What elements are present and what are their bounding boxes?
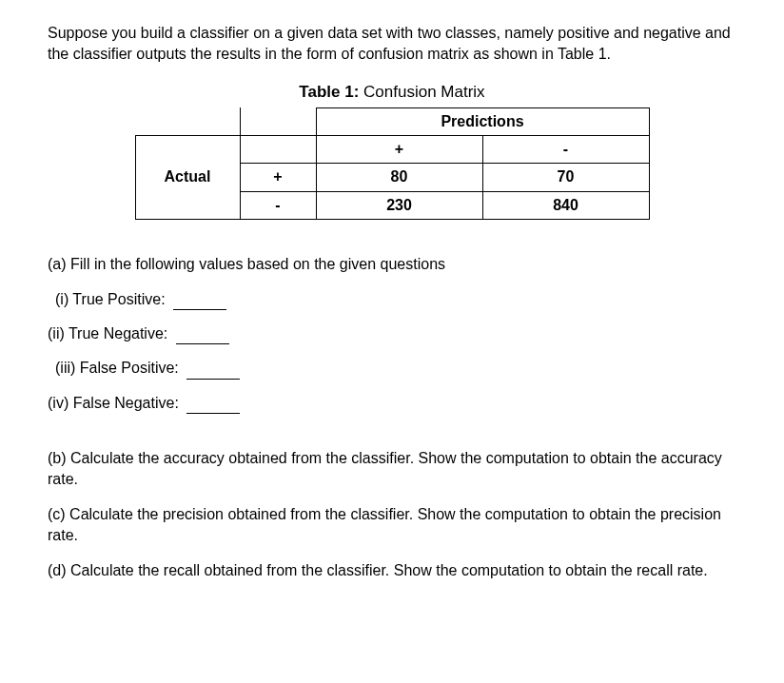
question-d: (d) Calculate the recall obtained from t…: [48, 560, 736, 581]
qa-i-label: (i) True Positive:: [55, 291, 166, 307]
predictions-header: Predictions: [316, 107, 649, 135]
blank-field[interactable]: [176, 343, 229, 344]
question-a-iii: (iii) False Positive:: [55, 358, 736, 379]
actual-label: Actual: [135, 135, 240, 219]
question-c: (c) Calculate the precision obtained fro…: [48, 504, 736, 547]
qa-iii-label: (iii) False Positive:: [55, 360, 179, 376]
table-row: Predictions: [135, 107, 649, 135]
blank-field[interactable]: [186, 413, 240, 414]
qa-iv-label: (iv) False Negative:: [48, 395, 179, 411]
pred-plus-header: +: [316, 135, 482, 163]
actual-minus-label: -: [240, 191, 316, 219]
question-a-ii: (ii) True Negative:: [48, 323, 736, 344]
cell-tp: 80: [316, 164, 482, 191]
question-a-group: (a) Fill in the following values based o…: [48, 254, 736, 414]
empty-cell: [240, 135, 316, 163]
table-title-bold: Table 1:: [299, 83, 359, 101]
empty-cell: [240, 107, 316, 135]
table-title-rest: Confusion Matrix: [359, 83, 484, 101]
pred-minus-header: -: [482, 135, 649, 163]
blank-field[interactable]: [186, 379, 240, 380]
question-a-i: (i) True Positive:: [55, 289, 736, 310]
cell-fp: 230: [316, 191, 482, 219]
question-b: (b) Calculate the accuracy obtained from…: [48, 448, 736, 491]
question-a-lead: (a) Fill in the following values based o…: [48, 254, 736, 275]
table-row: Actual + -: [135, 135, 649, 163]
cell-fn: 70: [482, 164, 649, 191]
empty-cell: [135, 107, 240, 135]
confusion-matrix-table: Predictions Actual + - + 80 70 - 230 840: [135, 107, 650, 221]
actual-plus-label: +: [240, 164, 316, 191]
cell-tn: 840: [482, 191, 649, 219]
question-a-iv: (iv) False Negative:: [48, 393, 736, 414]
intro-paragraph: Suppose you build a classifier on a give…: [48, 23, 736, 66]
blank-field[interactable]: [173, 309, 226, 310]
table-title: Table 1: Confusion Matrix: [48, 81, 736, 104]
qa-ii-label: (ii) True Negative:: [48, 325, 167, 342]
